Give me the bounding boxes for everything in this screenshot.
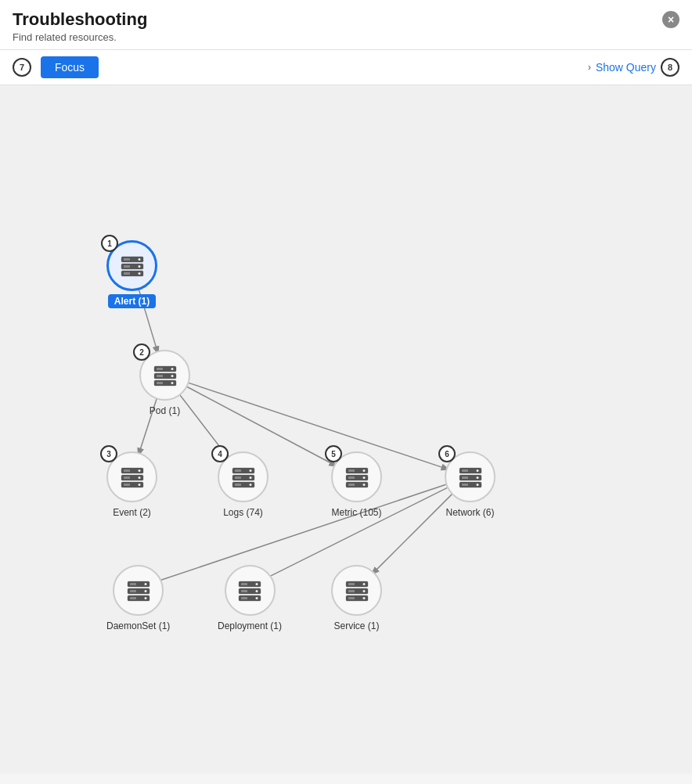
svg-point-13 — [138, 272, 140, 275]
svg-point-39 — [249, 477, 251, 479]
node-label-3: Event (2) — [113, 507, 151, 518]
svg-rect-15 — [124, 265, 130, 268]
svg-point-31 — [138, 484, 140, 486]
focus-button[interactable]: Focus — [41, 56, 99, 78]
svg-rect-68 — [130, 583, 136, 585]
svg-rect-43 — [235, 484, 241, 486]
node-circle-6: 6 — [445, 451, 496, 502]
svg-rect-42 — [235, 477, 241, 479]
svg-point-66 — [144, 590, 146, 592]
svg-rect-16 — [124, 272, 130, 275]
page-title: Troubleshooting — [13, 9, 679, 30]
svg-point-74 — [256, 583, 258, 585]
svg-rect-25 — [157, 382, 163, 384]
svg-rect-33 — [124, 477, 130, 479]
svg-rect-51 — [348, 477, 355, 479]
alert-badge-1: Alert (1) — [108, 294, 156, 308]
node-label-5: Metric (105) — [331, 507, 381, 518]
svg-point-49 — [362, 484, 365, 486]
canvas: 1 Alert (1) 2 Pod (1) 3 — [0, 85, 692, 774]
svg-rect-69 — [130, 590, 136, 592]
toolbar: 7 Focus › Show Query 8 — [0, 50, 692, 85]
node-circle-5: 5 — [331, 451, 382, 502]
svg-rect-23 — [157, 368, 163, 370]
svg-point-84 — [362, 590, 365, 592]
node-circle-2: 2 — [139, 350, 190, 401]
svg-rect-86 — [348, 583, 355, 585]
node-badge-1: 1 — [101, 235, 118, 252]
svg-rect-77 — [241, 583, 247, 585]
svg-rect-52 — [348, 484, 355, 486]
svg-point-30 — [138, 477, 140, 479]
node-circle-9 — [331, 565, 382, 616]
svg-rect-78 — [241, 590, 247, 592]
svg-line-5 — [155, 484, 445, 582]
svg-point-76 — [256, 597, 258, 599]
show-query-label: Show Query — [596, 61, 656, 74]
svg-point-85 — [362, 597, 365, 599]
svg-point-58 — [476, 484, 478, 486]
node-label-9: Service (1) — [333, 620, 379, 631]
svg-point-21 — [171, 375, 173, 377]
page-subtitle: Find related resources. — [13, 31, 679, 43]
node-badge-4: 4 — [211, 445, 229, 462]
svg-point-20 — [171, 368, 173, 370]
node-badge-5: 5 — [325, 445, 342, 462]
svg-point-47 — [362, 469, 365, 472]
svg-point-40 — [249, 484, 251, 486]
svg-point-12 — [138, 265, 140, 268]
svg-point-48 — [362, 477, 365, 479]
node-circle-1: 1 — [106, 240, 157, 291]
toolbar-left: 7 Focus — [13, 56, 99, 78]
close-button[interactable]: × — [662, 11, 679, 28]
svg-rect-60 — [462, 477, 468, 479]
svg-rect-61 — [462, 484, 468, 486]
node-8[interactable]: Deployment (1) — [218, 565, 282, 631]
node-circle-7 — [113, 565, 164, 616]
node-6[interactable]: 6 Network (6) — [445, 451, 496, 518]
svg-line-7 — [374, 494, 452, 573]
svg-rect-32 — [124, 469, 130, 472]
node-2[interactable]: 2 Pod (1) — [139, 350, 190, 416]
node-circle-8 — [225, 565, 276, 616]
node-label-6: Network (6) — [445, 507, 494, 518]
show-query-btn[interactable]: › Show Query 8 — [588, 58, 679, 77]
svg-point-57 — [476, 477, 478, 479]
node-7[interactable]: DaemonSet (1) — [106, 565, 170, 631]
svg-rect-87 — [348, 590, 355, 592]
node-circle-3: 3 — [106, 451, 157, 502]
node-3[interactable]: 3 Event (2) — [106, 451, 157, 518]
node-4[interactable]: 4 Logs (74) — [218, 451, 269, 518]
node-badge-2: 2 — [133, 343, 150, 361]
node-5[interactable]: 5 Metric (105) — [331, 451, 382, 518]
node-circle-4: 4 — [218, 451, 269, 502]
svg-rect-41 — [235, 469, 241, 472]
node-label-2: Pod (1) — [150, 405, 180, 416]
svg-point-83 — [362, 583, 365, 585]
svg-rect-14 — [124, 258, 130, 261]
svg-rect-88 — [348, 597, 355, 599]
svg-point-75 — [256, 590, 258, 592]
svg-point-56 — [476, 469, 478, 472]
svg-point-65 — [144, 583, 146, 585]
chevron-right-icon: › — [588, 62, 591, 73]
svg-rect-59 — [462, 469, 468, 472]
node-9[interactable]: Service (1) — [331, 565, 382, 631]
svg-point-22 — [171, 382, 173, 384]
node-label-7: DaemonSet (1) — [106, 620, 170, 631]
node-label-8: Deployment (1) — [218, 620, 282, 631]
svg-point-29 — [138, 469, 140, 472]
badge-7: 7 — [13, 58, 31, 77]
node-label-4: Logs (74) — [223, 507, 263, 518]
svg-rect-50 — [348, 469, 355, 472]
svg-rect-79 — [241, 597, 247, 599]
badge-8: 8 — [661, 58, 679, 77]
svg-point-11 — [138, 258, 140, 261]
svg-point-38 — [249, 469, 251, 472]
node-badge-6: 6 — [438, 445, 456, 462]
svg-rect-70 — [130, 597, 136, 599]
svg-rect-34 — [124, 484, 130, 486]
header: Troubleshooting Find related resources. … — [0, 0, 692, 50]
node-1[interactable]: 1 Alert (1) — [106, 240, 157, 308]
node-badge-3: 3 — [100, 445, 117, 462]
